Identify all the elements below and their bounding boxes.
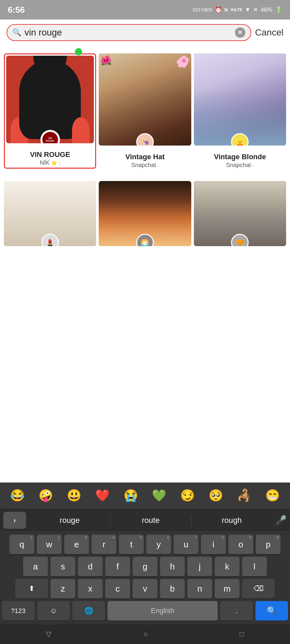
key-c[interactable]: c (105, 579, 130, 598)
emoji-tongue[interactable]: 🤪 (38, 489, 53, 502)
key-period[interactable]: . (220, 601, 253, 621)
keyboard-main: 1q 2w 3e 4r 5t 6y 7u 8i 9o 0p a s d f g … (0, 532, 290, 624)
vin-rouge-thumbnail: VINROUGE (6, 56, 94, 143)
key-l[interactable]: l (242, 557, 267, 576)
key-t[interactable]: 5t (119, 535, 144, 554)
suggestions-row: › rouge route rough 🎤 (0, 509, 290, 532)
vintage-blonde-subtitle: Snapchat › (226, 162, 254, 169)
search-input-container[interactable]: 🔍 ✕ (7, 24, 251, 41)
key-o[interactable]: 9o (228, 535, 253, 554)
emoji-heart[interactable]: ❤️ (95, 489, 110, 502)
wifi-icon: ▼ (245, 7, 251, 13)
behind-preview: 🧡 (194, 181, 286, 246)
key-a[interactable]: a (23, 557, 48, 576)
key-m[interactable]: m (215, 579, 239, 598)
sunset-preview: 🌅 (99, 181, 191, 246)
key-x[interactable]: x (78, 579, 103, 598)
vintage-hat-thumbnail: 🌸 🌺 👒 (99, 53, 191, 146)
nav-back-button[interactable]: ▽ (46, 630, 51, 638)
vintage-blonde-thumbnail: 👱 (194, 53, 286, 146)
data-speed-icon: 023 KB/S (193, 7, 212, 13)
emoji-smirk[interactable]: 😏 (180, 489, 195, 502)
emoji-laugh[interactable]: 😂 (10, 489, 25, 502)
expand-icon: › (14, 516, 16, 524)
vin-rouge-preview (6, 56, 94, 143)
emoji-row: 😂 🤪 😃 ❤️ 😭 💚 😏 🥺 🦂 😁 (0, 483, 290, 509)
result-item-sunglasses[interactable]: 💄 (4, 181, 96, 246)
status-icons: 023 KB/S ⏰ N VoLTE ▼ ✕ 46% 🔋 (193, 6, 282, 13)
emoji-grin[interactable]: 😁 (265, 489, 280, 502)
key-globe[interactable]: 🌐 (72, 601, 105, 621)
silhouette (19, 60, 81, 139)
key-row-2: a s d f g h j k l (2, 557, 288, 576)
mic-icon[interactable]: 🎤 (275, 515, 287, 525)
emoji-green-heart[interactable]: 💚 (152, 489, 167, 502)
key-q[interactable]: 1q (9, 535, 34, 554)
key-f[interactable]: f (105, 557, 130, 576)
suggestion-1[interactable]: rouge (29, 516, 110, 525)
snapchat-label-blonde: Snapchat (226, 162, 251, 169)
vintage-blonde-title: Vintage Blonde (214, 153, 266, 161)
key-e[interactable]: 3e (64, 535, 89, 554)
results-grid: VINROUGE VIN ROUGE NĪK ⭐ › 🌸 🌺 👒 Vintage… (0, 51, 290, 171)
sunglasses-badge: 💄 (41, 234, 59, 246)
chevron-right-icon-hat: › (157, 163, 159, 168)
emoji-cry[interactable]: 😭 (123, 489, 138, 502)
key-w[interactable]: 2w (37, 535, 62, 554)
volte-icon: VoLTE (230, 7, 242, 12)
behind-thumbnail: 🧡 (194, 181, 286, 246)
key-j[interactable]: j (187, 557, 212, 576)
nik-label: NĪK (40, 160, 50, 166)
close-icon: ✕ (238, 30, 242, 35)
suggestion-3[interactable]: rough (191, 516, 272, 525)
result-item-vintage-hat[interactable]: 🌸 🌺 👒 Vintage Hat Snapchat › (99, 53, 191, 169)
key-d[interactable]: d (78, 557, 103, 576)
search-input[interactable] (24, 27, 232, 38)
key-row-3: ⬆ z x c v b n m ⌫ (2, 579, 288, 598)
key-n[interactable]: n (187, 579, 212, 598)
result-item-vintage-blonde[interactable]: 👱 Vintage Blonde Snapchat › (194, 53, 286, 169)
key-r[interactable]: 4r (92, 535, 116, 554)
result-item-vin-rouge[interactable]: VINROUGE VIN ROUGE NĪK ⭐ › (4, 53, 96, 169)
emoji-scorpion[interactable]: 🦂 (237, 489, 252, 502)
key-p[interactable]: 0p (256, 535, 281, 554)
key-k[interactable]: k (215, 557, 239, 576)
key-shift[interactable]: ⬆ (15, 579, 48, 598)
vintage-hat-preview: 🌸 🌺 (99, 53, 191, 146)
key-y[interactable]: 6y (146, 535, 171, 554)
vintage-hat-title: Vintage Hat (125, 153, 165, 161)
result-item-behind[interactable]: 🧡 (194, 181, 286, 246)
emoji-pleading[interactable]: 🥺 (209, 489, 223, 502)
vintage-blonde-preview (194, 53, 286, 146)
blonde-badge-emoji: 👱 (236, 138, 244, 146)
sunglasses-thumbnail: 💄 (4, 181, 96, 246)
sunglasses-preview: 💄 (4, 181, 96, 246)
bottom-nav-bar: ▽ ○ □ (0, 624, 290, 644)
key-z[interactable]: z (51, 579, 75, 598)
nav-home-button[interactable]: ○ (143, 630, 148, 638)
result-item-sunset[interactable]: 🌅 (99, 181, 191, 246)
star-icon: ⭐ (51, 160, 57, 166)
cancel-button[interactable]: Cancel (255, 27, 283, 38)
suggestion-expand-button[interactable]: › (3, 512, 26, 529)
key-g[interactable]: g (133, 557, 157, 576)
key-delete[interactable]: ⌫ (242, 579, 275, 598)
key-search[interactable]: 🔍 (255, 601, 288, 621)
suggestion-2[interactable]: route (110, 516, 191, 525)
key-space[interactable]: English (108, 601, 218, 621)
key-h[interactable]: h (160, 557, 185, 576)
key-u[interactable]: 7u (174, 535, 198, 554)
emoji-smile[interactable]: 😃 (67, 489, 81, 502)
clear-search-button[interactable]: ✕ (235, 27, 245, 38)
key-symbols[interactable]: ?123 (2, 601, 35, 621)
status-time: 6:56 (8, 5, 25, 15)
nav-recents-button[interactable]: □ (240, 630, 244, 638)
key-emoji[interactable]: ☺ (37, 601, 70, 621)
key-s[interactable]: s (51, 557, 75, 576)
key-b[interactable]: b (160, 579, 185, 598)
status-bar: 6:56 023 KB/S ⏰ N VoLTE ▼ ✕ 46% 🔋 (0, 0, 290, 20)
key-i[interactable]: 8i (201, 535, 226, 554)
chevron-right-icon-blonde: › (252, 163, 254, 168)
battery-indicator: 46% (261, 7, 272, 13)
key-v[interactable]: v (133, 579, 157, 598)
